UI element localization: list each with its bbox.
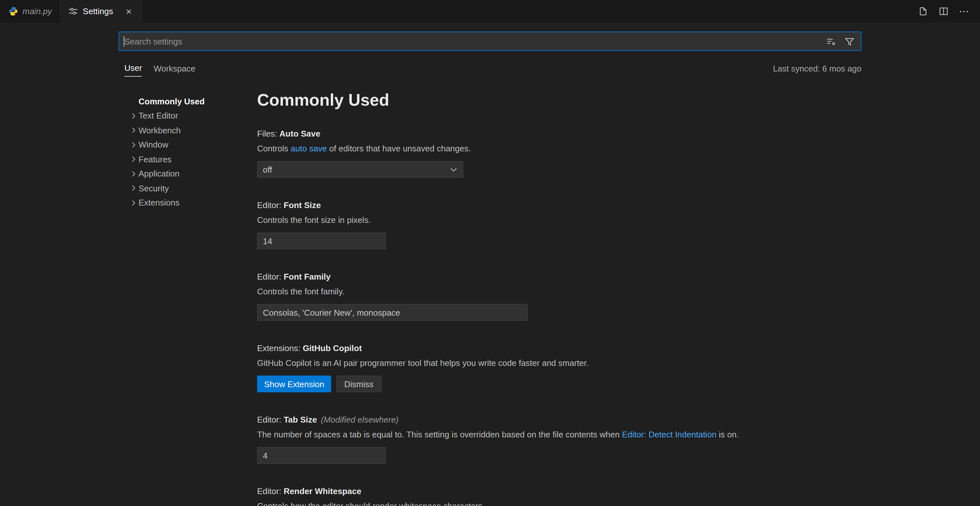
setting-label: Editor: Font Family — [257, 271, 861, 283]
tab-size-input[interactable] — [257, 447, 386, 464]
chevron-right-icon — [129, 112, 138, 120]
chevron-right-icon — [129, 170, 138, 178]
settings-scope-row: User Workspace Last synced: 6 mos ago — [119, 61, 861, 76]
settings-editor: User Workspace Last synced: 6 mos ago Co… — [0, 22, 980, 506]
detect-indentation-link[interactable]: Editor: Detect Indentation — [622, 430, 716, 439]
setting-label: Editor: Render Whitespace — [257, 486, 861, 497]
toc-item-application[interactable]: Application — [119, 167, 257, 181]
toc-item-window[interactable]: Window — [119, 137, 257, 152]
tab-user-settings[interactable]: User — [124, 63, 142, 76]
show-extension-button[interactable]: Show Extension — [257, 376, 331, 392]
dismiss-button[interactable]: Dismiss — [336, 376, 381, 392]
chevron-right-icon — [129, 199, 138, 207]
settings-sliders-icon — [68, 6, 78, 16]
python-icon — [8, 6, 18, 16]
toc-item-workbench[interactable]: Workbench — [119, 123, 257, 137]
setting-label: Extensions: GitHub Copilot — [257, 343, 861, 354]
settings-toc: Commonly Used Text Editor Workbench — [119, 89, 257, 506]
setting-editor-font-size: Editor: Font Size Controls the font size… — [257, 200, 861, 249]
section-heading: Commonly Used — [257, 89, 861, 110]
filter-funnel-icon[interactable] — [844, 36, 854, 46]
font-size-input[interactable] — [257, 232, 386, 249]
setting-label: Files: Auto Save — [257, 128, 861, 140]
toc-item-commonly-used[interactable]: Commonly Used — [119, 94, 257, 108]
toc-item-security[interactable]: Security — [119, 181, 257, 196]
setting-label: Editor: Font Size — [257, 200, 861, 211]
auto-save-link[interactable]: auto save — [291, 144, 327, 153]
split-editor-icon[interactable] — [938, 6, 948, 16]
setting-editor-font-family: Editor: Font Family Controls the font fa… — [257, 271, 861, 321]
tab-workspace-settings[interactable]: Workspace — [154, 64, 196, 76]
modified-elsewhere-badge: (Modified elsewhere) — [321, 415, 399, 425]
tab-main-py[interactable]: main.py — [0, 0, 60, 22]
settings-list: Commonly Used Files: Auto Save Controls … — [257, 89, 861, 506]
auto-save-select[interactable]: off — [257, 161, 463, 178]
setting-label: Editor: Tab Size(Modified elsewhere) — [257, 414, 861, 426]
clear-search-filters-icon[interactable] — [826, 36, 836, 46]
setting-description: The number of spaces a tab is equal to. … — [257, 429, 861, 441]
setting-editor-tab-size: Editor: Tab Size(Modified elsewhere) The… — [257, 414, 861, 464]
tab-label: main.py — [22, 6, 52, 16]
search-box-actions — [819, 36, 861, 46]
toc-item-features[interactable]: Features — [119, 152, 257, 167]
setting-description: Controls auto save of editors that have … — [257, 143, 861, 154]
setting-editor-render-whitespace: Editor: Render Whitespace Controls how t… — [257, 486, 861, 506]
editor-actions: ⋯ — [918, 0, 980, 22]
tab-settings[interactable]: Settings × — [60, 0, 142, 22]
chevron-right-icon — [129, 185, 138, 192]
toc-item-extensions[interactable]: Extensions — [119, 196, 257, 210]
setting-description: Controls the font family. — [257, 286, 861, 298]
font-family-input[interactable] — [257, 304, 528, 321]
setting-description: Controls how the editor should render wh… — [257, 501, 861, 506]
chevron-right-icon — [129, 156, 138, 163]
setting-extensions-github-copilot: Extensions: GitHub Copilot GitHub Copilo… — [257, 343, 861, 392]
setting-files-auto-save: Files: Auto Save Controls auto save of e… — [257, 128, 861, 178]
settings-body: Commonly Used Text Editor Workbench — [119, 89, 861, 506]
search-input[interactable] — [119, 32, 819, 50]
text-caret — [124, 36, 124, 46]
settings-search-box — [119, 32, 861, 51]
tab-label: Settings — [83, 6, 113, 16]
chevron-right-icon — [129, 127, 138, 134]
editor-tab-bar: main.py Settings × — [0, 0, 980, 22]
setting-description: GitHub Copilot is an AI pair programmer … — [257, 358, 861, 369]
chevron-down-icon — [449, 164, 459, 175]
chevron-right-icon — [129, 141, 138, 149]
close-icon[interactable]: × — [124, 6, 134, 17]
setting-description: Controls the font size in pixels. — [257, 215, 861, 226]
more-actions-icon[interactable]: ⋯ — [959, 5, 970, 18]
open-settings-json-icon[interactable] — [918, 6, 928, 16]
last-synced-status: Last synced: 6 mos ago — [773, 64, 861, 76]
toc-item-text-editor[interactable]: Text Editor — [119, 108, 257, 123]
copilot-actions: Show Extension Dismiss — [257, 376, 861, 392]
vscode-window: main.py Settings × — [0, 0, 980, 506]
